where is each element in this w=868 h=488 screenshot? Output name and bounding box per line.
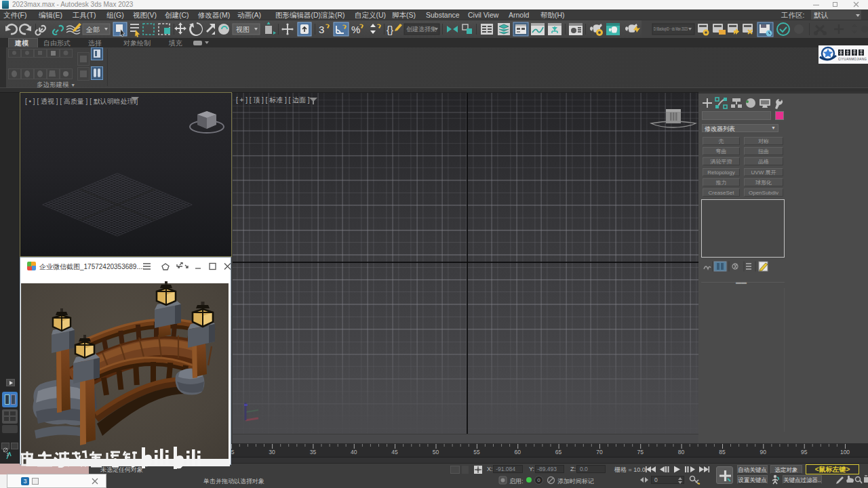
- svg-text:全部: 全部: [85, 26, 100, 33]
- svg-text:100: 100: [840, 449, 850, 455]
- svg-text:60: 60: [514, 449, 521, 455]
- svg-text:95: 95: [801, 449, 808, 455]
- svg-text:3: 3: [319, 24, 324, 35]
- svg-text:65: 65: [555, 449, 562, 455]
- svg-text:视图: 视图: [236, 26, 250, 33]
- svg-text:CIYUANMOJIANG: CIYUANMOJIANG: [838, 58, 867, 61]
- svg-text:70: 70: [596, 449, 603, 455]
- svg-text:90: 90: [760, 449, 767, 455]
- svg-text:75: 75: [637, 449, 644, 455]
- svg-text:80: 80: [678, 449, 685, 455]
- svg-text:55: 55: [473, 449, 480, 455]
- svg-text:{}: {}: [387, 24, 393, 35]
- svg-text:85: 85: [719, 449, 726, 455]
- svg-text:D:\Backup\D···ds Max 2023: D:\Backup\D···ds Max 2023: [654, 26, 688, 32]
- svg-text:创建选择集: 创建选择集: [406, 26, 437, 33]
- svg-text:%: %: [351, 24, 360, 35]
- svg-text:1: 1: [6, 451, 9, 458]
